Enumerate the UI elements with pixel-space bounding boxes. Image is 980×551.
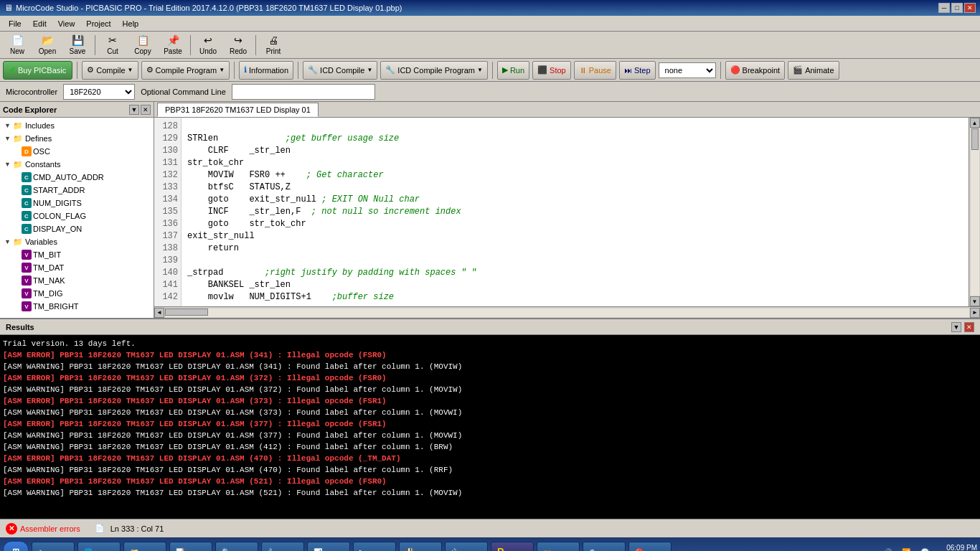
menu-project[interactable]: Project (80, 18, 116, 29)
taskbar-media-icon: ▶ (359, 548, 365, 552)
taskbar-app-notepad[interactable]: 📝 (169, 542, 212, 551)
tree-item-num-digits[interactable]: C NUM_DIGITS (1, 197, 152, 209)
tree-item-tm-nak[interactable]: V TM_NAK (1, 274, 152, 287)
menu-help[interactable]: Help (117, 18, 145, 29)
code-line-132: MOVIW FSR0 ++ ; Get character (187, 169, 963, 182)
copy-button[interactable]: 📋 Copy (128, 34, 157, 57)
taskbar-clock-icon: 🕐 (918, 545, 931, 551)
tree-item-display-on[interactable]: C DISPLAY_ON (1, 222, 152, 235)
taskbar-app-network[interactable]: 🔌 (445, 542, 488, 551)
vertical-scrollbar[interactable]: ▲ ▼ (969, 118, 980, 306)
paste-button[interactable]: 📌 Paste (159, 34, 187, 57)
tree-item-constants[interactable]: ▼ 📁 Constants (1, 158, 152, 171)
tree-item-osc[interactable]: D OSC (1, 145, 152, 158)
explorer-close-button[interactable]: ✕ (141, 105, 151, 115)
taskbar-app-tools[interactable]: 🔧 (261, 542, 304, 551)
taskbar-app-browser[interactable]: 🌐 (77, 542, 121, 551)
optional-command-input[interactable] (232, 84, 375, 100)
code-line-130: CLRF _str_len (187, 145, 963, 157)
taskbar-app-pic[interactable]: P (491, 542, 534, 551)
taskbar-excel-icon: 📊 (314, 548, 322, 552)
results-close-button[interactable]: ✕ (964, 322, 974, 332)
menu-view[interactable]: View (52, 18, 81, 29)
taskbar-app-storage[interactable]: 💾 (399, 542, 442, 551)
code-line-138: return (187, 242, 963, 255)
taskbar-app-chip[interactable]: 🎮 (537, 542, 580, 551)
compile-button[interactable]: ⚙ Compile ▼ (82, 61, 138, 80)
assembler-errors-label: Assembler errors (20, 524, 80, 533)
tree-item-cmd-auto-addr[interactable]: C CMD_AUTO_ADDR (1, 171, 152, 184)
stop-button[interactable]: ⬛ Stop (532, 61, 571, 80)
menu-edit[interactable]: Edit (27, 18, 52, 29)
tree-item-tm-dat[interactable]: V TM_DAT (1, 261, 152, 274)
icd-compile-button[interactable]: 🔧 ICD Compile ▼ (303, 61, 377, 80)
close-button[interactable]: ✕ (964, 3, 976, 13)
print-button[interactable]: 🖨 Print (259, 34, 288, 57)
taskbar-red-icon: 🔴 (635, 548, 644, 552)
breakpoint-icon: 🔴 (730, 65, 740, 75)
results-dropdown-button[interactable]: ▼ (951, 322, 961, 332)
microcontroller-select[interactable]: 18F2620 (63, 84, 135, 100)
minimize-button[interactable]: ─ (938, 3, 950, 13)
taskbar-app-folder[interactable]: 📁 (123, 542, 166, 551)
undo-button[interactable]: ↩ Undo (194, 34, 222, 57)
open-button[interactable]: 📂 Open (33, 34, 62, 57)
run-icon: ▶ (502, 65, 508, 75)
taskbar-app-excel[interactable]: 📊 (307, 542, 350, 551)
scroll-right-button[interactable]: ► (970, 308, 980, 318)
save-button[interactable]: 💾 Save (63, 34, 92, 57)
display-on-label: DISPLAY_ON (33, 225, 82, 233)
start-button[interactable]: ⊞ (3, 541, 29, 551)
taskbar-tools-icon: 🔧 (268, 548, 276, 552)
code-content[interactable]: STRlen ;get buffer usage size CLRF _str_… (182, 118, 969, 306)
scroll-down-button[interactable]: ▼ (970, 296, 980, 306)
tree-item-tm-bit[interactable]: V TM_BIT (1, 248, 152, 261)
line-num-134: 134 (157, 194, 178, 206)
tree-item-defines[interactable]: ▼ 📁 Defines (1, 132, 152, 145)
scroll-thumb-horizontal[interactable] (165, 309, 208, 316)
breakpoint-button[interactable]: 🔴 Breakpoint (725, 61, 786, 80)
osc-define-icon: D (22, 146, 32, 156)
tm-dat-icon: V (22, 263, 32, 273)
tree-item-tm-bright[interactable]: V TM_BRIGHT (1, 300, 152, 313)
taskbar-app-explorer[interactable]: 🗂 (32, 542, 75, 551)
includes-arrow: ▼ (4, 122, 11, 129)
pause-button[interactable]: ⏸ Pause (574, 61, 616, 80)
system-clock[interactable]: 06:09 PM 16-Oct-2018 (937, 544, 977, 551)
buy-picbasic-button[interactable]: ✔ Buy PICBasic (3, 61, 72, 80)
scroll-left-button[interactable]: ◄ (154, 308, 164, 318)
compile-program-button[interactable]: ⚙ Compile Program ▼ (141, 61, 230, 80)
tm-bright-label: TM_BRIGHT (33, 302, 79, 311)
taskbar-app-settings[interactable]: ⚙ (583, 542, 626, 551)
taskbar-volume-icon[interactable]: 🔊 (881, 545, 894, 551)
animate-button[interactable]: 🎬 Animate (788, 61, 839, 80)
menu-file[interactable]: File (3, 18, 27, 29)
cut-button[interactable]: ✂ Cut (98, 34, 127, 57)
tree-item-variables[interactable]: ▼ 📁 Variables (1, 235, 152, 248)
maximize-button[interactable]: □ (951, 3, 963, 13)
taskbar-app-media[interactable]: ▶ (353, 542, 396, 551)
new-button[interactable]: 📄 New (3, 34, 32, 57)
step-button[interactable]: ⏭ Step (619, 61, 656, 80)
scroll-thumb-vertical[interactable] (971, 128, 979, 150)
line-num-142: 142 (157, 291, 178, 303)
scroll-up-button[interactable]: ▲ (970, 118, 980, 128)
taskbar-network-status-icon[interactable]: 📶 (900, 545, 913, 551)
taskbar-app-red[interactable]: 🔴 (628, 542, 672, 551)
taskbar-app-search[interactable]: 🔍 (215, 542, 258, 551)
run-button[interactable]: ▶ Run (497, 61, 529, 80)
tree-item-start-addr[interactable]: C START_ADDR (1, 184, 152, 197)
explorer-dropdown-button[interactable]: ▼ (129, 105, 139, 115)
none-select[interactable]: none (659, 62, 716, 78)
tree-item-colon-flag[interactable]: C COLON_FLAG (1, 209, 152, 222)
results-content[interactable]: Trial version. 13 days left. [ASM ERROR]… (0, 335, 980, 519)
tree-item-includes[interactable]: ▼ 📁 Includes (1, 119, 152, 132)
taskbar-pic-icon: P (497, 546, 504, 551)
icd-compile-program-button[interactable]: 🔧 ICD Compile Program ▼ (380, 61, 488, 80)
redo-button[interactable]: ↪ Redo (224, 34, 253, 57)
tm-dig-label: TM_DIG (33, 289, 63, 298)
tab-main[interactable]: PBP31 18F2620 TM1637 LED Display 01 (157, 103, 319, 117)
error-icon: ✕ (6, 523, 17, 534)
tree-item-tm-dig[interactable]: V TM_DIG (1, 287, 152, 300)
information-button[interactable]: ℹ Information (239, 61, 293, 80)
